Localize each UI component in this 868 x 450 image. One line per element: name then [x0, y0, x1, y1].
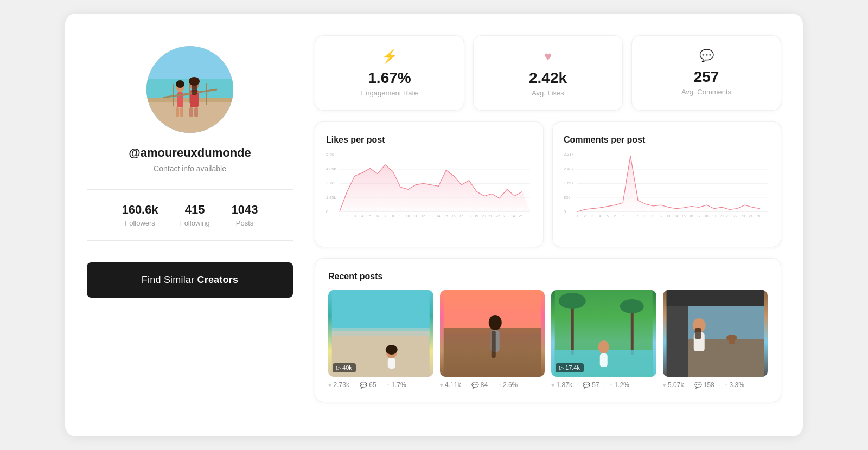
post-rate-1: ↑ 1.7% [387, 381, 406, 389]
comments-chart-title: Comments per post [564, 135, 770, 145]
post-item-4[interactable]: ♥ 5.07k · 💬 158 · ↑ 3.3% [663, 290, 768, 389]
svg-text:1: 1 [576, 214, 578, 218]
followers-value: 160.6k [122, 203, 158, 217]
svg-text:17: 17 [697, 214, 701, 218]
likes-chart-svg: 5.4k 4.05k 2.7k 1.35k 0 [326, 151, 532, 221]
post-badge-3: ▷ 17.4k [556, 363, 584, 372]
svg-text:5: 5 [369, 214, 371, 218]
svg-point-19 [176, 80, 184, 88]
svg-text:2: 2 [346, 214, 348, 218]
comments-chart-svg: 3.31k 2.48k 1.66k 826 0 [564, 151, 770, 221]
avg-comments-value: 257 [694, 68, 719, 86]
svg-rect-118 [694, 328, 701, 339]
avg-likes-card: ♥ 2.42k Avg. Likes [473, 35, 623, 111]
svg-text:10: 10 [643, 214, 648, 218]
svg-text:8: 8 [392, 214, 394, 218]
posts-value: 1043 [232, 203, 258, 217]
svg-text:16: 16 [451, 214, 456, 218]
likes-chart-title: Likes per post [326, 135, 532, 145]
svg-text:19: 19 [474, 214, 478, 218]
svg-text:12: 12 [659, 214, 663, 218]
posts-grid: ▷ 40k ♥ 2.73k · 💬 65 · ↑ 1.7% [328, 290, 768, 389]
svg-text:14: 14 [674, 214, 678, 218]
svg-rect-108 [600, 353, 608, 367]
svg-rect-94 [388, 358, 395, 369]
right-panel: ⚡ 1.67% Engagement Rate ♥ 2.42k Avg. Lik… [315, 35, 781, 415]
svg-text:4.05k: 4.05k [326, 166, 336, 171]
post-rate-3: ↑ 1.2% [610, 381, 629, 389]
post-rate-2: ↑ 2.6% [498, 381, 518, 389]
posts-stat: 1043 Posts [232, 203, 258, 227]
left-panel: @amoureuxdumonde Contact info available … [87, 35, 293, 415]
svg-point-95 [386, 345, 398, 355]
avg-likes-value: 2.42k [529, 69, 567, 87]
contact-info-link[interactable]: Contact info available [154, 164, 226, 173]
avatar [146, 46, 233, 133]
svg-text:1: 1 [339, 214, 341, 218]
post-image-4 [663, 290, 768, 377]
svg-text:22: 22 [496, 214, 500, 218]
svg-text:6: 6 [376, 214, 379, 218]
svg-rect-7 [180, 107, 183, 117]
svg-text:9: 9 [399, 214, 401, 218]
engagement-icon: ⚡ [381, 49, 398, 64]
post-comments-1: 💬 65 [360, 381, 376, 389]
avg-comments-label: Avg. Comments [681, 88, 731, 96]
svg-text:14: 14 [436, 214, 441, 218]
svg-text:10: 10 [406, 214, 410, 218]
svg-text:20: 20 [719, 214, 724, 218]
svg-text:2.48k: 2.48k [564, 166, 573, 171]
post-thumbnail-4 [663, 290, 768, 377]
post-item-3[interactable]: ▷ 17.4k ♥ 1.87k · 💬 57 · ↑ 1.2% [551, 290, 656, 389]
svg-text:3.31k: 3.31k [564, 152, 573, 157]
svg-point-103 [559, 293, 586, 309]
svg-text:5.4k: 5.4k [326, 152, 334, 157]
svg-text:13: 13 [429, 214, 433, 218]
find-similar-creators-button[interactable]: Find Similar Creators [87, 262, 293, 298]
engagement-value: 1.67% [368, 69, 411, 87]
post-rate-4: ↑ 3.3% [725, 381, 744, 389]
post-image-2 [440, 290, 545, 377]
stats-row: 160.6k Followers 415 Following 1043 Post… [122, 203, 258, 227]
svg-text:24: 24 [511, 214, 515, 218]
post-thumbnail-1: ▷ 40k [328, 290, 433, 377]
post-comments-2: 💬 84 [471, 381, 488, 389]
comments-icon: 💬 [699, 49, 714, 63]
svg-text:11: 11 [651, 214, 655, 218]
engagement-label: Engagement Rate [361, 89, 418, 97]
post-likes-2: ♥ 4.11k [440, 381, 461, 389]
find-similar-label-bold: Creators [197, 274, 238, 285]
likes-chart-card: Likes per post 5.4k 4.05k 2.7k 1.35k 0 [315, 121, 544, 247]
avg-likes-label: Avg. Likes [532, 89, 564, 97]
svg-rect-104 [631, 306, 634, 355]
svg-text:15: 15 [681, 214, 686, 218]
svg-text:21: 21 [726, 214, 730, 218]
svg-text:0: 0 [326, 209, 328, 214]
posts-label: Posts [236, 219, 254, 227]
svg-text:13: 13 [666, 214, 671, 218]
svg-text:7: 7 [622, 214, 624, 218]
username: @amoureuxdumonde [129, 146, 251, 160]
following-stat: 415 Following [180, 203, 210, 227]
svg-text:2.7k: 2.7k [326, 181, 334, 185]
likes-icon: ♥ [544, 49, 552, 64]
svg-text:3: 3 [591, 214, 593, 218]
post-likes-3: ♥ 1.87k [551, 381, 572, 389]
svg-text:12: 12 [421, 214, 425, 218]
post-item-1[interactable]: ▷ 40k ♥ 2.73k · 💬 65 · ↑ 1.7% [328, 290, 433, 389]
svg-text:1.66k: 1.66k [564, 181, 573, 185]
likes-chart-container: 5.4k 4.05k 2.7k 1.35k 0 [326, 151, 532, 238]
svg-rect-11 [194, 107, 198, 117]
followers-label: Followers [125, 219, 155, 227]
following-value: 415 [185, 203, 205, 217]
svg-text:6: 6 [614, 214, 616, 218]
svg-text:25: 25 [519, 214, 523, 218]
svg-text:24: 24 [749, 214, 753, 218]
post-item-2[interactable]: ♥ 4.11k · 💬 84 · ↑ 2.6% [440, 290, 545, 389]
svg-rect-100 [491, 331, 495, 358]
post-comments-3: 💬 57 [583, 381, 599, 389]
svg-text:11: 11 [413, 214, 418, 218]
svg-text:23: 23 [503, 214, 508, 218]
divider-1 [87, 189, 293, 190]
svg-text:1.35k: 1.35k [326, 195, 336, 200]
